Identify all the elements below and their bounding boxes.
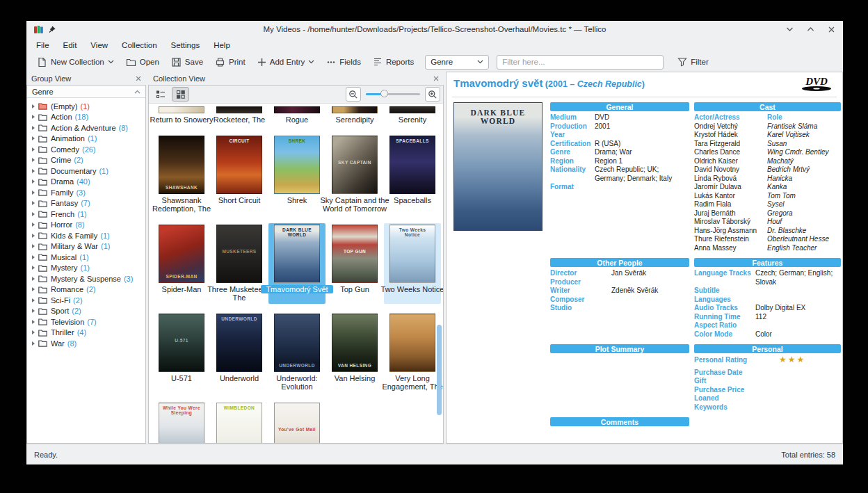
entry-cell[interactable]: U-571U-571 bbox=[153, 312, 210, 393]
group-item[interactable]: Sport(2) bbox=[27, 306, 145, 317]
entry-cell[interactable]: SPACEBALLSSpaceballs bbox=[384, 134, 441, 215]
expander-icon[interactable] bbox=[32, 179, 35, 184]
entry-cell[interactable]: WIMBLEDONWimbledon bbox=[211, 401, 268, 444]
group-by-select[interactable]: Genre bbox=[425, 55, 489, 70]
group-view-titlebar[interactable]: Group View bbox=[26, 72, 146, 85]
entry-cell[interactable]: VAN HELSINGVan Helsing bbox=[326, 312, 383, 393]
entry-cell[interactable]: While You Were SleepingWhile You Were Sl… bbox=[153, 401, 210, 444]
group-item[interactable]: Musical(1) bbox=[27, 252, 145, 263]
expander-icon[interactable] bbox=[32, 201, 35, 205]
group-item[interactable]: Action & Adventure(8) bbox=[27, 122, 145, 134]
entry-cell[interactable]: SKY CAPTAINSky Captain and the World of … bbox=[326, 134, 383, 215]
expander-icon[interactable] bbox=[32, 136, 35, 140]
expander-icon[interactable] bbox=[32, 191, 35, 195]
entry-cell[interactable]: You've Got MailYou've Got Mail bbox=[268, 401, 326, 444]
expander-icon[interactable] bbox=[32, 287, 35, 291]
entry-cell[interactable]: Serendipity bbox=[326, 105, 383, 126]
entry-cell[interactable]: TOP GUNTop Gun bbox=[326, 223, 383, 304]
expander-icon[interactable] bbox=[32, 126, 35, 130]
group-item[interactable]: Mystery & Suspense(3) bbox=[27, 273, 145, 284]
entry-cell[interactable]: SHAWSHANKShawsnank Redemption, The bbox=[153, 134, 210, 215]
menu-help[interactable]: Help bbox=[207, 40, 237, 51]
expander-icon[interactable] bbox=[32, 147, 35, 152]
entry-cell[interactable]: UNDERWORLDUnderworld: Evolution bbox=[268, 312, 326, 393]
close-button[interactable] bbox=[826, 24, 836, 34]
menu-collection[interactable]: Collection bbox=[115, 40, 164, 51]
print-button[interactable]: Print bbox=[210, 55, 250, 70]
entry-cell[interactable]: DARK BLUE WORLDTmavomodrý Svět bbox=[268, 223, 326, 304]
expander-icon[interactable] bbox=[32, 115, 35, 119]
group-item[interactable]: Television(7) bbox=[27, 316, 145, 328]
entry-cell[interactable]: UNDERWORLDUnderworld bbox=[211, 312, 268, 393]
expander-icon[interactable] bbox=[32, 223, 35, 227]
zoom-in-button[interactable] bbox=[425, 87, 440, 102]
close-panel-icon[interactable] bbox=[136, 76, 141, 81]
new-collection-button[interactable]: New Collection bbox=[32, 55, 119, 70]
entry-cell[interactable]: Serenity bbox=[384, 105, 441, 126]
group-item[interactable]: (Empty)(1) bbox=[27, 101, 145, 112]
reports-button[interactable]: Reports bbox=[368, 55, 419, 69]
entry-cell[interactable]: SPIDER-MANSpider-Man bbox=[153, 223, 210, 304]
entry-cell[interactable]: Rocketeer, The bbox=[211, 105, 268, 126]
maximize-button[interactable] bbox=[805, 24, 815, 34]
minimize-button[interactable] bbox=[785, 24, 794, 34]
expander-icon[interactable] bbox=[32, 309, 35, 313]
group-item[interactable]: Kids & Family(1) bbox=[27, 230, 145, 241]
expander-icon[interactable] bbox=[32, 234, 35, 238]
group-item[interactable]: Romance(2) bbox=[27, 284, 145, 296]
close-panel-icon[interactable] bbox=[433, 76, 439, 81]
zoom-out-button[interactable] bbox=[346, 87, 361, 102]
expander-icon[interactable] bbox=[32, 277, 35, 281]
fields-button[interactable]: Fields bbox=[321, 55, 366, 69]
group-item[interactable]: French(1) bbox=[27, 209, 145, 220]
expander-icon[interactable] bbox=[32, 212, 35, 216]
expander-icon[interactable] bbox=[32, 266, 35, 270]
expander-icon[interactable] bbox=[32, 320, 35, 324]
expander-icon[interactable] bbox=[32, 104, 35, 108]
group-item[interactable]: Crime(2) bbox=[27, 155, 145, 166]
expander-icon[interactable] bbox=[32, 255, 35, 259]
expander-icon[interactable] bbox=[32, 298, 35, 302]
group-column-header[interactable]: Genre bbox=[27, 86, 145, 98]
entry-cell[interactable]: Two Weeks NoticeTwo Weeks Notice bbox=[384, 223, 441, 304]
group-item[interactable]: Drama(40) bbox=[27, 177, 145, 188]
view-details-button[interactable] bbox=[152, 87, 169, 102]
group-item[interactable]: Military & War(1) bbox=[27, 241, 145, 252]
icon-size-slider[interactable] bbox=[366, 87, 420, 102]
collection-view-titlebar[interactable]: Collection View bbox=[148, 72, 444, 85]
vertical-scrollbar-thumb[interactable] bbox=[437, 325, 442, 415]
entry-cell[interactable]: Rogue bbox=[268, 105, 326, 126]
group-item[interactable]: Sci-Fi(2) bbox=[27, 295, 145, 306]
entry-cell[interactable]: Return to Snowery bbox=[153, 105, 210, 126]
group-item[interactable]: Action(18) bbox=[27, 112, 145, 123]
group-item[interactable]: Comedy(26) bbox=[27, 144, 145, 155]
group-item[interactable]: War(8) bbox=[27, 338, 145, 349]
group-item[interactable]: Horror(8) bbox=[27, 220, 145, 231]
titlebar[interactable]: My Videos - /home/hunter/Downloads/Proje… bbox=[26, 21, 843, 38]
entry-cell[interactable]: MUSKETEERSThree Musketeers, The bbox=[211, 223, 268, 304]
expander-icon[interactable] bbox=[32, 341, 35, 346]
menu-edit[interactable]: Edit bbox=[56, 40, 84, 51]
menu-view[interactable]: View bbox=[83, 40, 115, 51]
expander-icon[interactable] bbox=[32, 169, 35, 173]
expander-icon[interactable] bbox=[32, 330, 35, 334]
entry-cell[interactable]: SHREKShrek bbox=[268, 134, 326, 215]
group-item[interactable]: Documentary(1) bbox=[27, 165, 145, 177]
pin-icon[interactable] bbox=[48, 25, 56, 33]
group-item[interactable]: Animation(1) bbox=[27, 134, 145, 145]
group-item[interactable]: Fantasy(7) bbox=[27, 198, 145, 209]
entry-cell[interactable]: CIRCUITShort Circuit bbox=[211, 134, 268, 215]
expander-icon[interactable] bbox=[32, 158, 35, 162]
view-icons-button[interactable] bbox=[172, 87, 189, 102]
add-entry-button[interactable]: Add Entry bbox=[252, 56, 320, 69]
save-button[interactable]: Save bbox=[166, 55, 208, 70]
menu-file[interactable]: File bbox=[29, 40, 56, 51]
entry-cell[interactable]: Very Long Engagement, The bbox=[384, 312, 441, 393]
filter-button[interactable]: Filter bbox=[673, 55, 714, 69]
open-button[interactable]: Open bbox=[121, 55, 164, 70]
menu-settings[interactable]: Settings bbox=[164, 40, 207, 51]
expander-icon[interactable] bbox=[32, 244, 35, 248]
group-item[interactable]: Mystery(1) bbox=[27, 263, 145, 274]
slider-knob[interactable] bbox=[380, 90, 388, 97]
group-item[interactable]: Thriller(4) bbox=[27, 328, 145, 339]
